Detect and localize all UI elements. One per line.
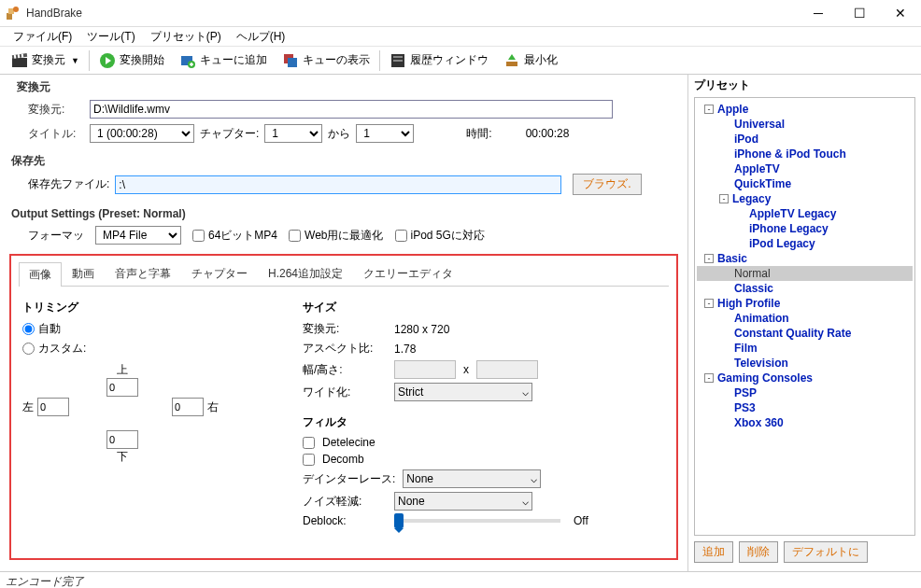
large-checkbox[interactable]: 64ビットMP4 [192,228,277,244]
crop-right-input[interactable] [172,398,204,416]
deint-select[interactable]: None⌵ [403,469,541,488]
svg-rect-13 [288,58,297,67]
title-select[interactable]: 1 (00:00:28) [90,124,194,143]
close-button[interactable]: ✕ [880,0,921,26]
svg-point-2 [13,7,19,12]
preset-film[interactable]: Film [697,341,913,356]
detelecine-checkbox[interactable]: Detelecine [303,434,665,451]
minimize-tray-button[interactable]: 最小化 [496,49,565,72]
preset-appletv[interactable]: AppleTV [697,161,913,176]
preset-node-basic[interactable]: -Basic [697,251,913,266]
tab-video[interactable]: 動画 [62,261,105,286]
preset-classic[interactable]: Classic [697,281,913,296]
menu-preset[interactable]: プリセット(P) [143,27,229,47]
crop-left-label: 左 [22,399,34,415]
ipod-checkbox[interactable]: iPod 5Gに対応 [395,228,485,244]
src-size-label: 変換元: [303,321,387,337]
chapter-from-select[interactable]: 1 [264,124,322,143]
show-queue-label: キューの表示 [303,52,370,68]
preset-node-gaming[interactable]: -Gaming Consoles [697,371,913,385]
add-queue-icon [179,52,196,69]
status-bar: エンコード完了 [0,571,921,588]
crop-bottom-input[interactable] [106,430,138,449]
format-label: フォーマッ [28,228,84,244]
menu-tool[interactable]: ツール(T) [79,27,142,47]
preset-node-legacy[interactable]: -Legacy [697,191,913,206]
preset-quicktime[interactable]: QuickTime [697,176,913,191]
x-sep: x [463,363,469,376]
collapse-icon[interactable]: - [704,373,714,383]
preset-xbox[interactable]: Xbox 360 [697,415,913,430]
deblock-value: Off [574,514,588,527]
start-button[interactable]: 変換開始 [92,49,172,72]
tab-audio[interactable]: 音声と字幕 [105,261,181,286]
deblock-slider[interactable] [394,519,560,523]
preset-psp[interactable]: PSP [697,385,913,400]
tab-image[interactable]: 画像 [19,262,62,287]
src-size-value: 1280 x 720 [394,323,449,336]
crop-top-input[interactable] [106,378,138,397]
preset-ipod-legacy[interactable]: iPod Legacy [697,236,913,251]
source-path-input[interactable] [90,100,613,119]
collapse-icon[interactable]: - [719,194,729,203]
preset-appletv-legacy[interactable]: AppleTV Legacy [697,206,913,221]
chevron-down-icon: ⌵ [522,495,529,508]
collapse-icon[interactable]: - [704,105,714,114]
menu-help[interactable]: ヘルプ(H) [229,27,293,47]
menu-bar: ファイル(F) ツール(T) プリセット(P) ヘルプ(H) [0,26,921,47]
preset-tree: -Apple Universal iPod iPhone & iPod Touc… [694,97,915,536]
source-label: 変換元 [32,52,65,68]
preset-del-button[interactable]: 削除 [739,541,778,563]
deblock-label: Deblock: [303,514,387,527]
tab-chapter[interactable]: チャプター [181,261,258,286]
preset-universal[interactable]: Universal [697,117,913,132]
preset-node-apple[interactable]: -Apple [697,102,913,117]
source-button[interactable]: 変換元 ▼ [4,49,87,72]
tab-h264[interactable]: H.264追加設定 [258,261,353,286]
wh-label: 幅/高さ: [303,362,387,378]
preset-default-button[interactable]: デフォルトに [784,541,868,563]
add-queue-label: キューに追加 [200,52,267,68]
browse-button[interactable]: ブラウズ. [573,174,641,195]
size-title: サイズ [303,296,665,319]
svg-rect-15 [393,56,403,58]
crop-left-input[interactable] [37,398,69,416]
decomb-checkbox[interactable]: Decomb [303,451,665,468]
window-title: HandBrake [26,7,798,20]
tab-query[interactable]: クエリーエディタ [353,261,463,286]
chapter-to-select[interactable]: 1 [356,124,414,143]
preset-add-button[interactable]: 追加 [694,541,733,563]
wide-select[interactable]: Strict⌵ [394,383,532,401]
clapboard-icon [11,52,28,69]
minimize-button[interactable]: ─ [798,0,839,26]
filter-title: フィルタ [303,411,665,434]
preset-ps3[interactable]: PS3 [697,400,913,415]
menu-file[interactable]: ファイル(F) [6,27,79,47]
noise-select[interactable]: None⌵ [394,492,532,511]
collapse-icon[interactable]: - [704,299,714,308]
preset-animation[interactable]: Animation [697,311,913,326]
preset-node-high[interactable]: -High Profile [697,296,913,311]
history-button[interactable]: 履歴ウィンドウ [382,49,496,72]
preset-normal[interactable]: Normal [697,266,913,281]
dest-path-input[interactable] [115,175,561,194]
time-label: 時間: [466,126,491,142]
preset-iphone-legacy[interactable]: iPhone Legacy [697,221,913,236]
add-queue-button[interactable]: キューに追加 [172,49,275,72]
crop-right-label: 右 [207,399,219,415]
preset-cqr[interactable]: Constant Quality Rate [697,326,913,341]
preset-iphone[interactable]: iPhone & iPod Touch [697,147,913,161]
web-checkbox[interactable]: Web用に最適化 [289,228,383,244]
collapse-icon[interactable]: - [704,254,714,263]
show-queue-button[interactable]: キューの表示 [275,49,377,72]
minimize-icon [503,52,520,69]
preset-television[interactable]: Television [697,356,913,371]
maximize-button[interactable]: ☐ [839,0,880,26]
width-input[interactable] [394,360,456,379]
crop-title: トリミング [22,296,303,319]
preset-ipod[interactable]: iPod [697,132,913,147]
crop-auto-radio[interactable]: 自動 [22,319,303,339]
crop-custom-radio[interactable]: カスタム: [22,339,303,358]
height-input[interactable] [476,360,538,379]
format-select[interactable]: MP4 File [95,226,181,245]
